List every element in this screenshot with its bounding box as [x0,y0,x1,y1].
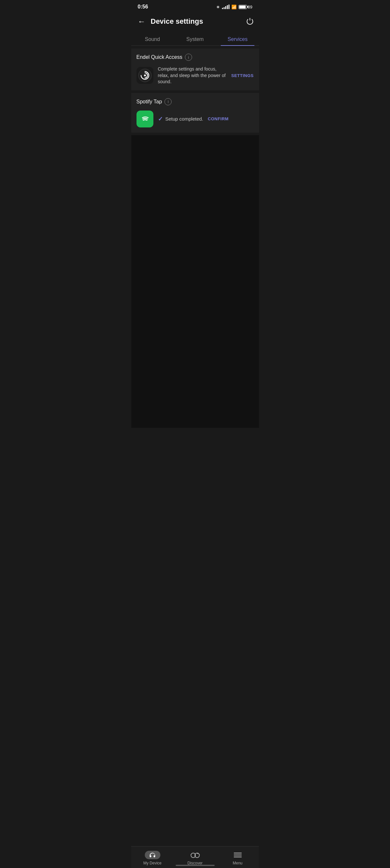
home-indicator [131,865,259,867]
checkmark-icon: ✓ [158,116,163,123]
page-title: Device settings [151,17,246,26]
status-time: 0:56 [138,4,148,10]
spotify-info-icon[interactable]: i [164,98,172,105]
battery-text: 89 [248,5,252,9]
endel-title: Endel Quick Access [136,54,182,60]
content-area: Endel Quick Access i Complete settings a… [131,49,259,428]
svg-line-7 [199,854,200,855]
bottom-nav-my-device[interactable]: My Device [131,850,174,865]
bluetooth-icon: ∗ [216,4,220,9]
status-icons: ∗ 📶 89 [216,4,252,9]
power-button[interactable] [246,18,254,25]
endel-settings-button[interactable]: SETTINGS [231,73,254,78]
empty-content-area [131,135,259,428]
endel-description: Complete settings and focus, relax, and … [158,66,227,85]
headphones-icon [149,853,156,857]
confirm-button[interactable]: CONFIRM [208,116,228,121]
hamburger-icon [234,852,241,858]
endel-info-icon[interactable]: i [185,54,192,61]
tab-sound[interactable]: Sound [131,32,174,45]
svg-line-6 [190,854,191,855]
endel-section-header: Endel Quick Access i [136,54,254,61]
spotify-title: Spotify Tap [136,99,162,105]
top-nav: ← Device settings [131,12,259,32]
power-icon [246,18,254,25]
discover-glasses-icon [190,852,200,858]
back-button[interactable]: ← [136,16,147,27]
status-bar: 0:56 ∗ 📶 89 [131,0,259,12]
battery-indicator: 89 [238,5,252,9]
endel-logo [136,67,153,84]
endel-service-row: Complete settings and focus, relax, and … [136,66,254,85]
signal-bars-icon [222,5,229,9]
endel-logo-svg [138,68,152,83]
spotify-section: Spotify Tap i ✓ Setup completed. CONFIRM [131,93,259,133]
wifi-icon: 📶 [231,5,237,9]
spotify-logo-svg [139,113,151,125]
svg-point-2 [139,113,151,125]
bottom-nav-discover[interactable]: Discover [174,850,217,865]
tab-bar: Sound System Services [131,32,259,46]
discover-icon [190,850,200,860]
svg-point-8 [197,853,198,854]
back-arrow-icon: ← [138,17,145,26]
menu-icon-container [234,850,241,860]
spotify-section-header: Spotify Tap i [136,98,254,105]
spotify-service-row: ✓ Setup completed. CONFIRM [136,111,254,127]
svg-point-1 [144,74,146,76]
tab-services[interactable]: Services [217,32,259,45]
bottom-nav-menu[interactable]: Menu [217,850,259,865]
my-device-icon [144,850,160,860]
tab-system[interactable]: System [174,32,217,45]
endel-section: Endel Quick Access i Complete settings a… [131,49,259,90]
setup-status: ✓ Setup completed. [158,116,203,123]
setup-status-text: Setup completed. [165,116,203,122]
home-bar [175,865,215,866]
spotify-logo [136,111,153,127]
